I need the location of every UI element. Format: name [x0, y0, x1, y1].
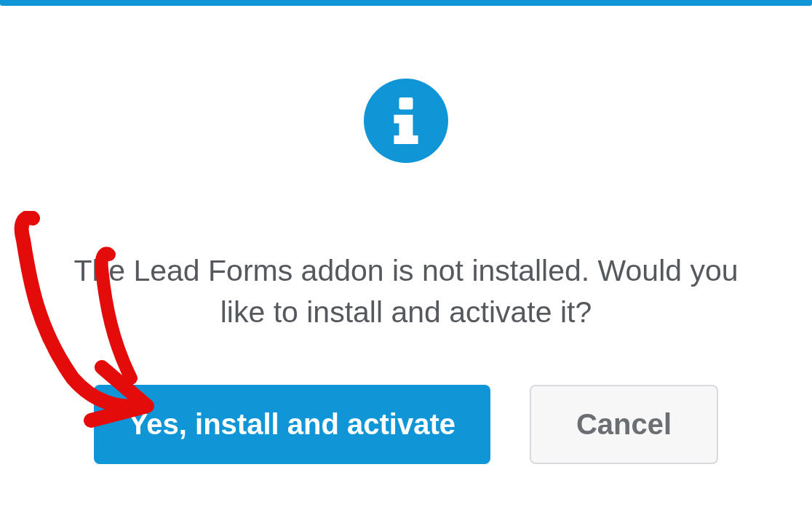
- svg-rect-0: [399, 97, 413, 110]
- cancel-button[interactable]: Cancel: [530, 385, 718, 464]
- modal-accent-bar: [0, 0, 812, 6]
- info-icon: [364, 79, 448, 163]
- button-row: Yes, install and activate Cancel: [94, 385, 718, 464]
- modal-content: The Lead Forms addon is not installed. W…: [0, 6, 812, 464]
- confirm-button[interactable]: Yes, install and activate: [94, 385, 490, 464]
- info-icon-glyph: [389, 97, 423, 144]
- modal-message: The Lead Forms addon is not installed. W…: [58, 250, 754, 334]
